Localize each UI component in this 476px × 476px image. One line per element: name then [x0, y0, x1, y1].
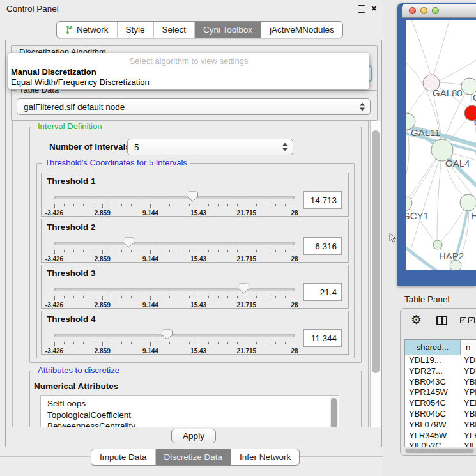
zoom-traffic-light-icon[interactable]	[432, 7, 439, 14]
algorithm-option[interactable]: Equal Width/Frequency Discretization	[11, 77, 150, 87]
checkbox-icon[interactable]: ✓	[460, 317, 466, 323]
numerical-attributes-list[interactable]: SelfLoopsTopologicalCoefficientBetweenne…	[40, 395, 339, 427]
cell-name[interactable]: YBR0	[461, 377, 476, 388]
cell-shared-name[interactable]: YER054C	[405, 398, 461, 409]
table-row[interactable]: YBR045CYBR0	[405, 409, 476, 420]
cell-shared-name[interactable]: YBR043C	[405, 377, 461, 388]
scrollbar-thumb[interactable]	[331, 398, 337, 427]
threshold-value-field[interactable]: 6.316	[303, 237, 342, 255]
tab-style[interactable]: Style	[117, 22, 153, 38]
tick-mark	[169, 342, 170, 344]
settings-scrollbar[interactable]	[370, 121, 381, 427]
tab-discretize-data[interactable]: Discretize Data	[155, 449, 231, 465]
table-row[interactable]: YIL052CYIL0	[405, 441, 476, 447]
close-icon[interactable]: ×	[371, 2, 377, 15]
slider-track[interactable]	[54, 334, 295, 337]
table-row[interactable]: YBL079WYBL0	[405, 420, 476, 431]
network-icon	[65, 25, 73, 35]
tick-mark	[121, 342, 122, 344]
table-row[interactable]: YDR27...YDR2	[405, 366, 476, 377]
cell-name[interactable]: YER0	[461, 398, 476, 409]
tick-mark	[208, 250, 209, 252]
slider-handle[interactable]	[188, 191, 198, 202]
control-panel-tabs: NetworkStyleSelectCyni ToolboxjActiveMNo…	[56, 21, 343, 38]
table-horizontal-scrollbar[interactable]	[404, 448, 476, 454]
tab-select[interactable]: Select	[153, 22, 195, 38]
cell-shared-name[interactable]: YLR345W	[405, 431, 461, 441]
table-data-combobox[interactable]: galFiltered.sif default node	[17, 98, 371, 115]
tab-network[interactable]: Network	[57, 22, 117, 38]
cell-shared-name[interactable]: YBR045C	[405, 409, 461, 420]
threshold-value-field[interactable]: 11.344	[303, 329, 342, 347]
slider-ticks	[54, 296, 295, 301]
tick-mark	[102, 342, 103, 346]
slider-track[interactable]	[54, 196, 295, 199]
cell-shared-name[interactable]: YDL19...	[405, 355, 461, 366]
threshold-value-field[interactable]: 14.713	[303, 191, 342, 209]
float-window-icon[interactable]	[358, 5, 365, 13]
threshold-slider[interactable]: -3.4262.8599.14415.4321.71528	[49, 190, 300, 215]
slider-track[interactable]	[54, 242, 295, 245]
list-item-selfloops[interactable]: SelfLoops	[41, 398, 339, 410]
scrollbar-thumb[interactable]	[372, 130, 380, 373]
table-row[interactable]: YPR145WYPR1	[405, 387, 476, 398]
column-header-name[interactable]: n	[461, 340, 476, 355]
list-scrollbar[interactable]	[330, 397, 338, 427]
tick-mark	[227, 204, 228, 206]
cell-name[interactable]: YIL0	[461, 441, 476, 447]
number-of-intervals-combobox[interactable]: 5	[127, 139, 293, 155]
table-row[interactable]: YDL19...YDL1	[405, 355, 476, 366]
threshold-label: Threshold 3	[47, 268, 96, 278]
slider-tick-labels: -3.4262.8599.14415.4321.71528	[54, 348, 295, 355]
threshold-slider[interactable]: -3.4262.8599.14415.4321.71528	[49, 236, 300, 261]
scrollbar-thumb[interactable]	[406, 449, 473, 453]
cell-name[interactable]: YDR2	[461, 366, 476, 377]
gear-icon[interactable]: ⚙	[411, 312, 422, 327]
tick-mark	[73, 342, 74, 344]
tick-mark	[218, 204, 219, 206]
algorithm-option[interactable]: Manual Discretization	[11, 67, 96, 77]
cell-shared-name[interactable]: YIL052C	[405, 441, 461, 447]
tick-mark	[227, 342, 228, 344]
minimize-traffic-light-icon[interactable]	[420, 7, 427, 14]
cell-shared-name[interactable]: YPR145W	[405, 387, 461, 398]
split-columns-icon[interactable]	[436, 316, 447, 325]
cell-name[interactable]: YBL0	[461, 420, 476, 431]
tab-jactivemnodules[interactable]: jActiveMNodules	[261, 22, 342, 38]
tab-infer-network[interactable]: Infer Network	[231, 449, 299, 465]
combo-value: galFiltered.sif default node	[24, 102, 125, 112]
threshold-value-field[interactable]: 21.4	[303, 283, 342, 301]
tick-label: 2.859	[95, 348, 111, 355]
checkbox-icon[interactable]: ✓	[468, 317, 475, 323]
tab-label: Impute Data	[100, 452, 147, 462]
slider-track[interactable]	[54, 288, 295, 291]
apply-button[interactable]: Apply	[171, 429, 216, 443]
table-row[interactable]: YBR043CYBR0	[405, 377, 476, 388]
tick-mark	[112, 250, 112, 252]
slider-handle[interactable]	[124, 237, 134, 248]
network-node-hap2[interactable]	[433, 240, 442, 249]
threshold-slider[interactable]: -3.4262.8599.14415.4321.71528	[49, 328, 300, 353]
table-row[interactable]: YLR345WYLR3	[405, 431, 476, 441]
cell-name[interactable]: YDL1	[461, 355, 476, 366]
table-row[interactable]: YER054CYER0	[405, 398, 476, 409]
cell-shared-name[interactable]: YBL079W	[405, 420, 461, 431]
network-canvas[interactable]: GAL80GCGAL11GAL4GCY1HHAP2	[406, 20, 476, 270]
column-header-shared-name[interactable]: shared...	[405, 340, 461, 355]
network-node-gcy1[interactable]	[406, 196, 412, 211]
cell-shared-name[interactable]: YDR27...	[405, 366, 461, 377]
tab-cyni-toolbox[interactable]: Cyni Toolbox	[194, 22, 261, 38]
tab-impute-data[interactable]: Impute Data	[91, 449, 155, 465]
slider-handle[interactable]	[162, 329, 173, 340]
network-window-titlebar[interactable]	[402, 4, 476, 18]
cell-name[interactable]: YBR0	[461, 409, 476, 420]
network-node-h[interactable]	[460, 194, 476, 211]
threshold-slider[interactable]: -3.4262.8599.14415.4321.71528	[49, 282, 300, 307]
cell-name[interactable]: YPR1	[461, 387, 476, 398]
list-item-betweennesscentrality[interactable]: BetweennessCentrality	[41, 420, 339, 427]
list-item-topologicalcoefficient[interactable]: TopologicalCoefficient	[41, 410, 339, 421]
network-node-partial[interactable]	[450, 260, 461, 270]
slider-handle[interactable]	[239, 283, 249, 294]
close-traffic-light-icon[interactable]	[409, 7, 416, 14]
cell-name[interactable]: YLR3	[461, 431, 476, 441]
